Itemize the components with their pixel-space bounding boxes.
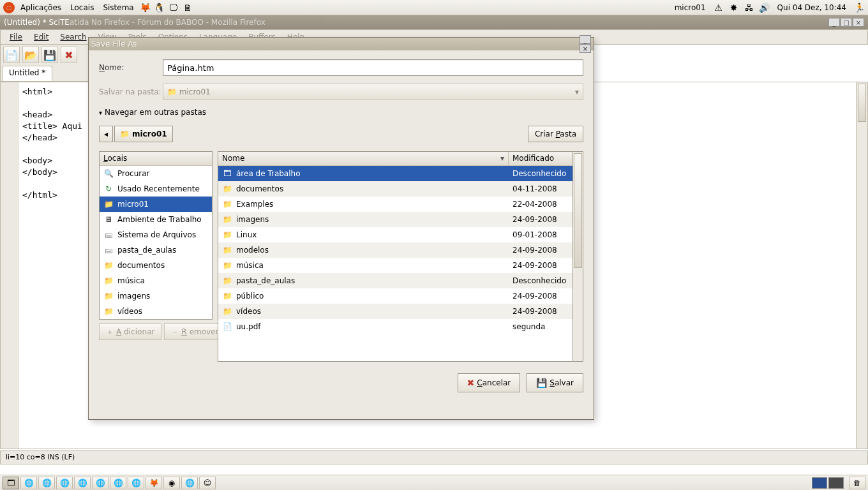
file-name: vídeos [236, 307, 261, 316]
place-label: Sistema de Arquivos [117, 230, 196, 239]
file-row[interactable]: 📄uu.pdfsegunda [218, 319, 572, 334]
column-header-modified[interactable]: Modificado [509, 152, 572, 165]
file-name: área de Trabalho [236, 169, 301, 178]
place-item[interactable]: 🖴Sistema de Arquivos [100, 227, 212, 242]
file-row[interactable]: 📁documentos04-11-2008 [218, 181, 572, 197]
update-available-icon[interactable]: ✸ [728, 1, 740, 14]
place-item[interactable]: 📁música [100, 273, 212, 288]
dialog-close-button[interactable]: × [580, 44, 591, 53]
place-item[interactable]: 🔍Procurar [100, 166, 212, 181]
file-row[interactable]: 📁imagens24-09-2008 [218, 212, 572, 227]
scite-titlebar: (Untitled) * SciTE atida No Firefox - Fó… [0, 15, 868, 29]
path-segment-home[interactable]: 📁 micro01 [114, 126, 173, 142]
folder-dropdown[interactable]: 📁 micro01 [163, 84, 583, 100]
open-file-button[interactable]: 📂 [22, 47, 39, 63]
menu-file[interactable]: File [4, 31, 27, 43]
pidgin-icon[interactable]: 🐧 [153, 1, 166, 14]
place-item[interactable]: 📁micro01 [100, 197, 212, 212]
task-4[interactable]: 🌐 [74, 477, 91, 489]
task-8[interactable]: 🦊 [146, 477, 162, 489]
menu-edit[interactable]: Edit [29, 31, 54, 43]
workspace-switcher[interactable] [812, 477, 844, 489]
task-5[interactable]: 🌐 [92, 477, 108, 489]
task-6[interactable]: 🌐 [110, 477, 126, 489]
remove-place-button[interactable]: －Remover [164, 323, 225, 340]
add-place-button[interactable]: ＋Adicionar [99, 323, 161, 340]
panel-menu-places[interactable]: Locais [66, 2, 98, 13]
place-icon: 📁 [103, 200, 114, 209]
help-icon[interactable]: 🗎 [181, 1, 194, 14]
panel-menu-system[interactable]: Sistema [99, 2, 137, 13]
terminal-icon[interactable]: 🖵 [167, 1, 180, 14]
save-button[interactable]: 💾 Salvar [527, 373, 583, 392]
panel-user-label[interactable]: micro01 [671, 2, 710, 13]
file-row[interactable]: 📁Linux09-01-2008 [218, 227, 572, 242]
folder-icon: 📁 [167, 87, 177, 96]
workspace-1[interactable] [812, 477, 827, 489]
network-icon[interactable]: 🖧 [743, 1, 756, 14]
browse-expander[interactable]: ▾ Navegar em outras pastas [99, 108, 583, 117]
places-header[interactable]: Locais [100, 152, 212, 166]
file-row[interactable]: 📁vídeos24-09-2008 [218, 304, 572, 319]
trash-button[interactable]: 🗑 [849, 477, 865, 489]
dialog-titlebar: Save File As _ × [89, 38, 594, 50]
editor-scrollbar[interactable] [856, 82, 867, 449]
save-label: Salvar [550, 378, 574, 387]
new-file-button[interactable]: 📄 [3, 47, 20, 63]
panel-menu-apps[interactable]: Aplicações [17, 2, 65, 13]
show-desktop-button[interactable]: 🗔 [3, 477, 19, 489]
logout-icon[interactable]: 🏃 [853, 1, 865, 14]
place-item[interactable]: 📁documentos [100, 258, 212, 273]
cancel-button[interactable]: ✖ Cancelar [458, 373, 521, 392]
place-icon: 🔍 [103, 169, 114, 178]
file-row[interactable]: 📁Examples22-04-2008 [218, 197, 572, 212]
column-header-name[interactable]: Nome [218, 152, 509, 165]
task-7[interactable]: 🌐 [128, 477, 144, 489]
file-icon: 📁 [222, 215, 232, 224]
place-item[interactable]: 🖥Ambiente de Trabalho [100, 212, 212, 227]
place-item[interactable]: 📁imagens [100, 288, 212, 304]
file-row[interactable]: 📁música24-09-2008 [218, 258, 572, 273]
close-button[interactable]: × [853, 18, 864, 27]
task-9[interactable]: ◉ [163, 477, 180, 489]
place-item[interactable]: 🖴pasta_de_aulas [100, 242, 212, 258]
workspace-2[interactable] [828, 477, 844, 489]
maximize-button[interactable]: □ [841, 18, 852, 27]
task-10[interactable]: 🌐 [181, 477, 198, 489]
create-folder-button[interactable]: Criar Pasta [528, 126, 583, 142]
task-11[interactable]: 😊 [199, 477, 216, 489]
file-list-scrollbar[interactable] [573, 151, 583, 362]
file-modified: 09-01-2008 [509, 230, 572, 239]
path-back-button[interactable]: ◂ [99, 126, 113, 142]
ubuntu-logo-icon[interactable]: ◌ [3, 1, 15, 14]
file-modified: 24-09-2008 [509, 292, 572, 301]
file-row[interactable]: 📁pasta_de_aulasDesconhecido [218, 273, 572, 288]
dialog-title: Save File As [91, 40, 137, 48]
panel-clock[interactable]: Qui 04 Dez, 10:44 [774, 2, 850, 13]
folder-selected-value: micro01 [179, 87, 211, 96]
place-icon: 🖥 [103, 215, 114, 224]
volume-icon[interactable]: 🔊 [758, 1, 771, 14]
file-row[interactable]: 📁modelos24-09-2008 [218, 242, 572, 258]
task-1[interactable]: 🌐 [20, 477, 37, 489]
close-file-button[interactable]: ✖ [61, 47, 77, 63]
place-icon: ↻ [103, 184, 114, 193]
filename-input[interactable] [163, 59, 583, 76]
task-3[interactable]: 🌐 [56, 477, 73, 489]
tab-untitled[interactable]: Untitled * [2, 66, 52, 81]
save-file-dialog: Save File As _ × Nome: Salvar na pasta: … [88, 37, 594, 420]
update-warning-icon[interactable]: ⚠ [712, 1, 725, 14]
file-icon: 📁 [222, 246, 232, 255]
file-icon: 📁 [222, 230, 232, 239]
dialog-minimize-button[interactable]: _ [580, 35, 591, 44]
menu-search[interactable]: Search [55, 31, 91, 43]
firefox-icon[interactable]: 🦊 [139, 1, 152, 14]
file-row[interactable]: 📁público24-09-2008 [218, 288, 572, 304]
place-item[interactable]: ↻Usado Recentemente [100, 181, 212, 197]
save-file-button[interactable]: 💾 [41, 47, 58, 63]
task-2[interactable]: 🌐 [38, 477, 55, 489]
place-item[interactable]: 📁vídeos [100, 304, 212, 319]
minimize-button[interactable]: _ [828, 18, 840, 27]
file-row[interactable]: 🗔área de TrabalhoDesconhecido [218, 166, 572, 181]
scite-statusbar: li=10 co=8 INS (LF) [0, 450, 868, 464]
